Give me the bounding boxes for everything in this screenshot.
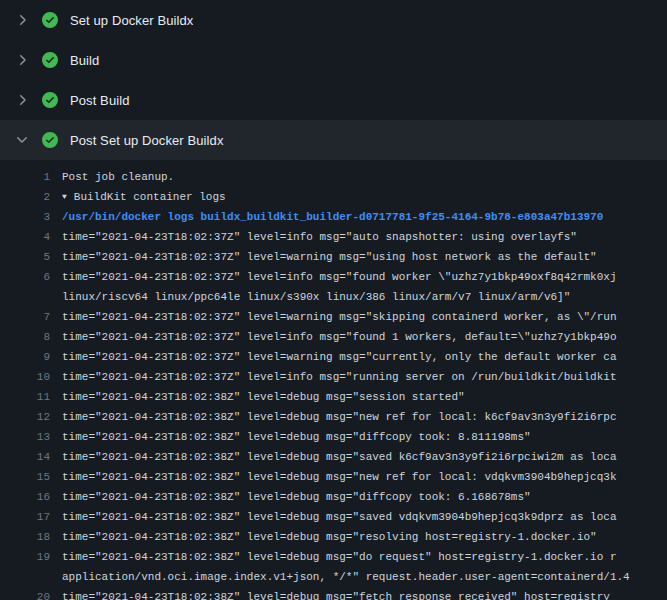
step-label: Set up Docker Buildx bbox=[70, 13, 193, 28]
log-line: 12time="2021-04-23T18:02:38Z" level=debu… bbox=[0, 407, 667, 427]
log-text: time="2021-04-23T18:02:38Z" level=debug … bbox=[62, 427, 667, 447]
group-collapse-icon[interactable]: ▼ bbox=[62, 187, 67, 207]
log-line[interactable]: 2▼BuildKit container logs bbox=[0, 187, 667, 207]
log-viewer: 1Post job cleanup.2▼BuildKit container l… bbox=[0, 160, 667, 600]
log-line: 10time="2021-04-23T18:02:37Z" level=info… bbox=[0, 367, 667, 387]
log-line: 9time="2021-04-23T18:02:37Z" level=warni… bbox=[0, 347, 667, 367]
log-line: 17time="2021-04-23T18:02:38Z" level=debu… bbox=[0, 507, 667, 527]
line-number[interactable]: 14 bbox=[0, 447, 50, 467]
line-number[interactable]: 7 bbox=[0, 307, 50, 327]
line-number[interactable]: 12 bbox=[0, 407, 50, 427]
log-text: time="2021-04-23T18:02:37Z" level=warnin… bbox=[62, 347, 667, 367]
log-text: time="2021-04-23T18:02:38Z" level=debug … bbox=[62, 507, 667, 527]
log-text: ▼BuildKit container logs bbox=[62, 187, 667, 207]
log-line: linux/riscv64 linux/ppc64le linux/s390x … bbox=[0, 287, 667, 307]
log-line: 14time="2021-04-23T18:02:38Z" level=debu… bbox=[0, 447, 667, 467]
log-line: 4time="2021-04-23T18:02:37Z" level=info … bbox=[0, 227, 667, 247]
line-number[interactable]: 6 bbox=[0, 267, 50, 287]
step-header[interactable]: Post Build bbox=[0, 80, 667, 120]
line-number[interactable]: 8 bbox=[0, 327, 50, 347]
line-number bbox=[0, 567, 50, 587]
log-line: 15time="2021-04-23T18:02:38Z" level=debu… bbox=[0, 467, 667, 487]
log-command-text: /usr/bin/docker logs buildx_buildkit_bui… bbox=[62, 207, 667, 227]
log-line: 7time="2021-04-23T18:02:37Z" level=warni… bbox=[0, 307, 667, 327]
log-text: time="2021-04-23T18:02:37Z" level=info m… bbox=[62, 227, 667, 247]
line-number[interactable]: 4 bbox=[0, 227, 50, 247]
chevron-down-icon bbox=[14, 132, 30, 148]
log-text: time="2021-04-23T18:02:38Z" level=debug … bbox=[62, 547, 667, 567]
line-number bbox=[0, 287, 50, 307]
log-text: linux/riscv64 linux/ppc64le linux/s390x … bbox=[62, 287, 667, 307]
log-line: 18time="2021-04-23T18:02:38Z" level=debu… bbox=[0, 527, 667, 547]
log-line: 20time="2021-04-23T18:02:38Z" level=debu… bbox=[0, 587, 667, 600]
log-text: time="2021-04-23T18:02:38Z" level=debug … bbox=[62, 407, 667, 427]
log-line: 16time="2021-04-23T18:02:38Z" level=debu… bbox=[0, 487, 667, 507]
line-number[interactable]: 16 bbox=[0, 487, 50, 507]
line-number[interactable]: 11 bbox=[0, 387, 50, 407]
line-number[interactable]: 13 bbox=[0, 427, 50, 447]
step-header[interactable]: Build bbox=[0, 40, 667, 80]
log-line: 3/usr/bin/docker logs buildx_buildkit_bu… bbox=[0, 207, 667, 227]
log-text: time="2021-04-23T18:02:37Z" level=info m… bbox=[62, 367, 667, 387]
log-text: application/vnd.oci.image.index.v1+json,… bbox=[62, 567, 667, 587]
log-text: time="2021-04-23T18:02:38Z" level=debug … bbox=[62, 587, 667, 600]
line-number[interactable]: 10 bbox=[0, 367, 50, 387]
log-text: Post job cleanup. bbox=[62, 167, 667, 187]
log-line: 5time="2021-04-23T18:02:37Z" level=warni… bbox=[0, 247, 667, 267]
log-line: 1Post job cleanup. bbox=[0, 167, 667, 187]
line-number[interactable]: 20 bbox=[0, 587, 50, 600]
chevron-right-icon bbox=[14, 12, 30, 28]
log-text: time="2021-04-23T18:02:38Z" level=debug … bbox=[62, 447, 667, 467]
line-number[interactable]: 2 bbox=[0, 187, 50, 207]
check-circle-icon bbox=[42, 132, 58, 148]
log-text: time="2021-04-23T18:02:38Z" level=debug … bbox=[62, 467, 667, 487]
check-circle-icon bbox=[42, 12, 58, 28]
line-number[interactable]: 17 bbox=[0, 507, 50, 527]
chevron-right-icon bbox=[14, 92, 30, 108]
log-line: 6time="2021-04-23T18:02:37Z" level=info … bbox=[0, 267, 667, 287]
log-text: time="2021-04-23T18:02:37Z" level=warnin… bbox=[62, 247, 667, 267]
log-line: 19time="2021-04-23T18:02:38Z" level=debu… bbox=[0, 547, 667, 567]
step-header[interactable]: Post Set up Docker Buildx bbox=[0, 120, 667, 160]
log-text: time="2021-04-23T18:02:37Z" level=warnin… bbox=[62, 307, 667, 327]
log-text: time="2021-04-23T18:02:37Z" level=info m… bbox=[62, 327, 667, 347]
log-line: 11time="2021-04-23T18:02:38Z" level=debu… bbox=[0, 387, 667, 407]
step-label: Post Set up Docker Buildx bbox=[70, 133, 224, 148]
line-number[interactable]: 18 bbox=[0, 527, 50, 547]
line-number[interactable]: 3 bbox=[0, 207, 50, 227]
line-number[interactable]: 1 bbox=[0, 167, 50, 187]
log-text: time="2021-04-23T18:02:37Z" level=info m… bbox=[62, 267, 667, 287]
line-number[interactable]: 5 bbox=[0, 247, 50, 267]
log-line: 8time="2021-04-23T18:02:37Z" level=info … bbox=[0, 327, 667, 347]
check-circle-icon bbox=[42, 92, 58, 108]
check-circle-icon bbox=[42, 52, 58, 68]
steps-list: Set up Docker BuildxBuildPost BuildPost … bbox=[0, 0, 667, 160]
log-line: 13time="2021-04-23T18:02:38Z" level=debu… bbox=[0, 427, 667, 447]
log-text: time="2021-04-23T18:02:38Z" level=debug … bbox=[62, 487, 667, 507]
step-header[interactable]: Set up Docker Buildx bbox=[0, 0, 667, 40]
line-number[interactable]: 9 bbox=[0, 347, 50, 367]
log-line: application/vnd.oci.image.index.v1+json,… bbox=[0, 567, 667, 587]
line-number[interactable]: 15 bbox=[0, 467, 50, 487]
log-text: time="2021-04-23T18:02:38Z" level=debug … bbox=[62, 527, 667, 547]
line-number[interactable]: 19 bbox=[0, 547, 50, 567]
step-label: Build bbox=[70, 53, 99, 68]
log-text: time="2021-04-23T18:02:38Z" level=debug … bbox=[62, 387, 667, 407]
chevron-right-icon bbox=[14, 52, 30, 68]
step-label: Post Build bbox=[70, 93, 130, 108]
